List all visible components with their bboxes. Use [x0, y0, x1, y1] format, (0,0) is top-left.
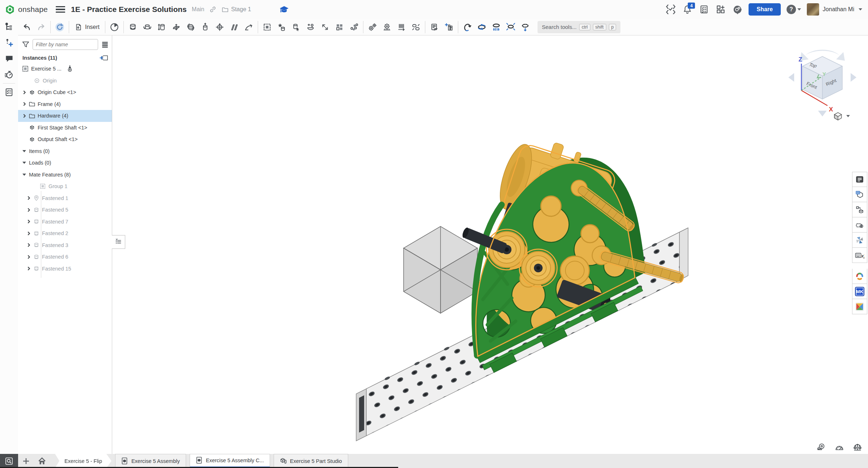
breadcrumb-stage[interactable]: Stage 1: [231, 6, 251, 13]
tape-measure-icon[interactable]: [817, 443, 826, 452]
learning-center-icon[interactable]: [279, 5, 289, 14]
expand-caret-icon[interactable]: [21, 114, 28, 118]
tree-row-origin-cube[interactable]: Origin Cube <1>: [18, 86, 112, 98]
tree-row-fastened-6[interactable]: Fastened 6: [18, 251, 112, 263]
sync-update-button[interactable]: [52, 20, 67, 34]
animate-press-icon[interactable]: [489, 20, 503, 34]
expand-caret-icon[interactable]: [25, 231, 32, 235]
undo-button[interactable]: [20, 20, 34, 34]
search-tools-box[interactable]: Search tools... ctrl shift p: [538, 21, 620, 33]
tree-row-frame[interactable]: Frame (4): [18, 98, 112, 110]
rack-pinion-icon[interactable]: [380, 20, 394, 34]
app-color-ring-button[interactable]: [852, 269, 867, 284]
collapse-caret-icon[interactable]: [21, 150, 28, 152]
collapse-caret-icon[interactable]: [21, 174, 28, 176]
tree-row-fastened-3[interactable]: Fastened 3: [18, 239, 112, 251]
mate-ball-icon[interactable]: [184, 20, 198, 34]
mate-planar-icon[interactable]: [169, 20, 184, 34]
expand-caret-icon[interactable]: [25, 220, 32, 224]
add-tab-button[interactable]: [18, 454, 34, 468]
expand-caret-icon[interactable]: [25, 267, 32, 271]
main-menu-icon[interactable]: [56, 5, 65, 14]
group-icon[interactable]: [260, 20, 274, 34]
tree-section-loads[interactable]: Loads (0): [18, 157, 112, 169]
help-menu[interactable]: ?: [787, 5, 801, 14]
animate-jiggle-icon[interactable]: [518, 20, 532, 34]
tree-row-assembly-root[interactable]: Exercise 5 ...: [18, 63, 112, 75]
filter-input[interactable]: [33, 39, 98, 50]
tab-exercise5-assembly[interactable]: Exercise 5 Assembly: [115, 454, 186, 468]
tree-row-fastened-5[interactable]: Fastened 5: [18, 204, 112, 216]
gear-relation-icon[interactable]: [365, 20, 380, 34]
mate-revolute-icon[interactable]: [140, 20, 155, 34]
replicate-icon[interactable]: [347, 20, 361, 34]
expand-caret-icon[interactable]: [25, 255, 32, 259]
linear-pattern-icon[interactable]: [332, 20, 347, 34]
assembly-structure-icon[interactable]: [0, 19, 18, 35]
feature-script-check-icon[interactable]: [665, 4, 676, 15]
configurations-button[interactable]: [852, 202, 867, 217]
tree-row-fastened-2[interactable]: Fastened 2: [18, 227, 112, 239]
pulley-part[interactable]: [519, 249, 557, 287]
screw-relation-icon[interactable]: [394, 20, 409, 34]
animate-expand-icon[interactable]: [503, 20, 518, 34]
origin-cube-part[interactable]: [404, 226, 477, 313]
view-options-button[interactable]: [833, 111, 850, 121]
history-icon[interactable]: [0, 67, 18, 82]
add-instance-icon[interactable]: [100, 54, 108, 61]
onshape-logo-icon[interactable]: [5, 5, 15, 14]
link-icon[interactable]: [209, 6, 216, 13]
mate-connector-icon[interactable]: [274, 20, 289, 34]
list-options-icon[interactable]: [101, 41, 109, 48]
panel-collapse-handle[interactable]: [112, 235, 125, 249]
tasks-icon[interactable]: [699, 4, 709, 15]
tree-section-items[interactable]: Items (0): [18, 145, 112, 157]
app-mk-button[interactable]: MK: [852, 284, 867, 299]
assembly-3d-view[interactable]: [112, 35, 868, 454]
snapshot-clock-icon[interactable]: [107, 20, 122, 34]
manage-position-icon[interactable]: [289, 20, 303, 34]
bom-table-icon[interactable]: [442, 20, 456, 34]
animate-rotate-icon[interactable]: [460, 20, 475, 34]
bom-table-button[interactable]: [852, 187, 867, 202]
mate-fastened-icon[interactable]: [126, 20, 140, 34]
view-cube[interactable]: Top Front Right Z X Y: [783, 42, 861, 124]
snap-mode-icon[interactable]: [303, 20, 318, 34]
tree-row-fastened-1[interactable]: Fastened 1: [18, 192, 112, 204]
tab-exercise5-flip[interactable]: Exercise 5 - Flip: [55, 454, 111, 468]
redo-button[interactable]: [34, 20, 49, 34]
tab-exercise5-assembly-copy[interactable]: Exercise 5 Assembly C...: [190, 454, 270, 468]
avatar[interactable]: [807, 3, 819, 16]
belt-relation-icon[interactable]: [409, 20, 423, 34]
named-positions-button[interactable]: [852, 217, 867, 233]
animate-spin-icon[interactable]: [475, 20, 489, 34]
hide-suppressed-icon[interactable]: [427, 20, 442, 34]
pulley-part[interactable]: [486, 229, 527, 270]
tree-row-hardware[interactable]: Hardware (4): [18, 110, 112, 122]
share-button[interactable]: Share: [749, 3, 780, 16]
filter-funnel-icon[interactable]: [22, 41, 30, 48]
expand-caret-icon[interactable]: [25, 196, 32, 200]
tree-row-fastened-7[interactable]: Fastened 7: [18, 216, 112, 228]
app-x-pinwheel-button[interactable]: [852, 299, 867, 314]
expand-caret-icon[interactable]: [25, 243, 32, 247]
document-title[interactable]: 1E - Practice Exercise Solutions: [71, 5, 187, 14]
tree-row-fastened-15[interactable]: Fastened 15: [18, 263, 112, 275]
mate-parallel-icon[interactable]: [227, 20, 241, 34]
help-icon[interactable]: ?: [787, 5, 796, 14]
mate-tangent-icon[interactable]: [241, 20, 256, 34]
notifications-bell-icon[interactable]: 4: [682, 4, 693, 15]
featurescript-button[interactable]: x): [852, 248, 867, 263]
workspace-name[interactable]: Main: [192, 6, 205, 13]
tab-exercise5-part-studio[interactable]: Exercise 5 Part Studio: [274, 454, 348, 468]
protractor-icon[interactable]: [835, 443, 844, 452]
insert-button[interactable]: Insert: [71, 20, 103, 34]
mate-cylindrical-icon[interactable]: [198, 20, 212, 34]
bom-panel-button[interactable]: [852, 172, 867, 187]
pinwheel-app-button[interactable]: [852, 233, 867, 248]
user-menu[interactable]: Jonathan Mi: [807, 3, 862, 16]
fixed-anchor-icon[interactable]: [67, 65, 73, 72]
view-cube-faces[interactable]: [802, 56, 842, 99]
tab-search-button[interactable]: [0, 454, 18, 468]
graphics-area[interactable]: Top Front Right Z X Y x) MK: [112, 35, 868, 454]
